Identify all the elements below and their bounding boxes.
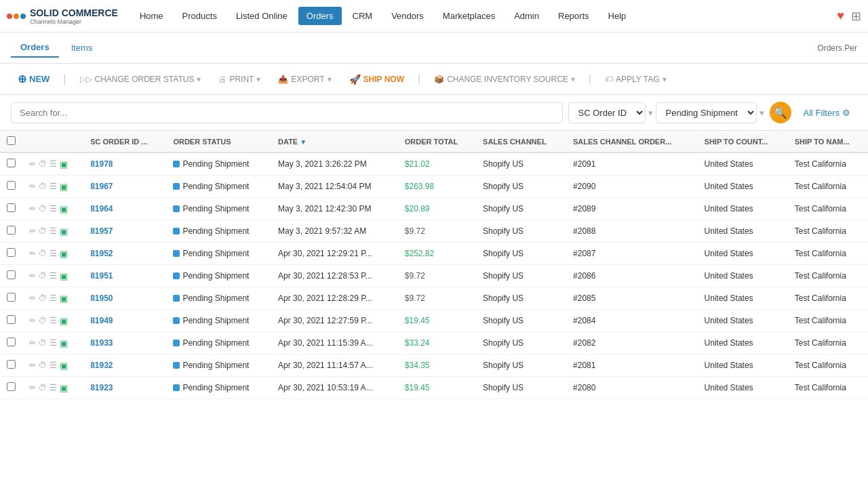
- nav-crm[interactable]: CRM: [344, 7, 381, 25]
- list-icon[interactable]: ☰: [50, 204, 57, 214]
- pencil-icon[interactable]: ✏: [29, 249, 36, 258]
- row-checkbox[interactable]: [7, 159, 16, 167]
- nav-marketplaces[interactable]: Marketplaces: [435, 7, 503, 25]
- header-sc-order-id[interactable]: SC ORDER ID ...: [83, 131, 166, 152]
- row-checkbox[interactable]: [7, 226, 16, 235]
- pencil-icon[interactable]: ✏: [29, 316, 36, 325]
- change-inventory-source-button[interactable]: 📦 CHANGE INVENTORY SOURCE ▾: [427, 71, 582, 87]
- favorites-icon[interactable]: ♥: [837, 9, 844, 23]
- clock-icon[interactable]: ⏱: [39, 204, 47, 214]
- clock-icon[interactable]: ⏱: [39, 271, 47, 281]
- pencil-icon[interactable]: ✏: [29, 182, 36, 191]
- list-icon[interactable]: ☰: [50, 249, 57, 258]
- list-icon[interactable]: ☰: [50, 271, 57, 281]
- header-order-total[interactable]: ORDER TOTAL: [398, 131, 476, 152]
- row-checkbox[interactable]: [7, 270, 16, 279]
- search-input[interactable]: [11, 102, 563, 123]
- header-ship-name[interactable]: SHIP TO NAM...: [788, 131, 868, 152]
- nav-orders[interactable]: Orders: [298, 7, 342, 25]
- order-id-link[interactable]: 81951: [90, 271, 113, 281]
- action-icon[interactable]: ▣: [60, 383, 68, 393]
- search-button[interactable]: 🔍: [770, 102, 791, 123]
- order-id-link[interactable]: 81952: [90, 249, 113, 258]
- pencil-icon[interactable]: ✏: [29, 293, 36, 303]
- header-date[interactable]: DATE ▼: [271, 131, 398, 152]
- order-id-link[interactable]: 81967: [90, 182, 113, 191]
- header-ship-country[interactable]: SHIP TO COUNT...: [698, 131, 788, 152]
- list-icon[interactable]: ☰: [50, 316, 57, 325]
- nav-products[interactable]: Products: [174, 7, 225, 25]
- order-id-link[interactable]: 81964: [90, 204, 113, 214]
- header-sales-channel-order[interactable]: SALES CHANNEL ORDER...: [566, 131, 698, 152]
- row-checkbox[interactable]: [7, 315, 16, 324]
- nav-help[interactable]: Help: [600, 7, 635, 25]
- order-id-filter[interactable]: SC Order ID: [568, 102, 646, 123]
- grid-icon[interactable]: ⊞: [851, 9, 861, 24]
- ship-now-button[interactable]: 🚀 SHIP NOW: [342, 70, 411, 88]
- nav-listed-online[interactable]: Listed Online: [228, 7, 296, 25]
- list-icon[interactable]: ☰: [50, 338, 57, 348]
- nav-reports[interactable]: Reports: [550, 7, 597, 25]
- print-button[interactable]: 🖨 PRINT ▾: [212, 71, 267, 87]
- list-icon[interactable]: ☰: [50, 226, 57, 236]
- action-icon[interactable]: ▣: [60, 226, 68, 237]
- row-checkbox[interactable]: [7, 338, 16, 346]
- pencil-icon[interactable]: ✏: [29, 271, 36, 281]
- order-id-link[interactable]: 81923: [90, 383, 113, 392]
- order-id-link[interactable]: 81978: [90, 159, 113, 169]
- clock-icon[interactable]: ⏱: [39, 249, 47, 258]
- order-id-link[interactable]: 81950: [90, 293, 113, 303]
- row-checkbox[interactable]: [7, 382, 16, 391]
- order-id-link[interactable]: 81957: [90, 226, 113, 236]
- action-icon[interactable]: ▣: [60, 249, 68, 259]
- nav-admin[interactable]: Admin: [506, 7, 547, 25]
- row-checkbox[interactable]: [7, 203, 16, 212]
- clock-icon[interactable]: ⏱: [39, 383, 47, 392]
- action-icon[interactable]: ▣: [60, 182, 68, 192]
- pencil-icon[interactable]: ✏: [29, 204, 36, 214]
- order-id-link[interactable]: 81933: [90, 338, 113, 348]
- list-icon[interactable]: ☰: [50, 182, 57, 191]
- list-icon[interactable]: ☰: [50, 383, 57, 392]
- row-checkbox[interactable]: [7, 181, 16, 190]
- list-icon[interactable]: ☰: [50, 293, 57, 303]
- clock-icon[interactable]: ⏱: [39, 361, 47, 370]
- pencil-icon[interactable]: ✏: [29, 159, 36, 169]
- action-icon[interactable]: ▣: [60, 271, 68, 281]
- action-icon[interactable]: ▣: [60, 338, 68, 348]
- clock-icon[interactable]: ⏱: [39, 182, 47, 191]
- list-icon[interactable]: ☰: [50, 361, 57, 370]
- pencil-icon[interactable]: ✏: [29, 383, 36, 392]
- pencil-icon[interactable]: ✏: [29, 338, 36, 348]
- clock-icon[interactable]: ⏱: [39, 316, 47, 325]
- action-icon[interactable]: ▣: [60, 361, 68, 371]
- action-icon[interactable]: ▣: [60, 293, 68, 304]
- nav-vendors[interactable]: Vendors: [383, 7, 432, 25]
- status-filter[interactable]: Pending Shipment: [656, 102, 757, 123]
- header-sales-channel[interactable]: SALES CHANNEL: [476, 131, 566, 152]
- select-all-checkbox[interactable]: [7, 136, 16, 145]
- clock-icon[interactable]: ⏱: [39, 293, 47, 303]
- clock-icon[interactable]: ⏱: [39, 226, 47, 236]
- action-icon[interactable]: ▣: [60, 204, 68, 214]
- clock-icon[interactable]: ⏱: [39, 338, 47, 348]
- export-button[interactable]: 📤 EXPORT ▾: [271, 71, 338, 87]
- nav-home[interactable]: Home: [132, 7, 172, 25]
- all-filters-button[interactable]: All Filters ⚙: [797, 104, 857, 121]
- row-checkbox[interactable]: [7, 248, 16, 257]
- list-icon[interactable]: ☰: [50, 159, 57, 169]
- header-order-status[interactable]: ORDER STATUS: [166, 131, 271, 152]
- pencil-icon[interactable]: ✏: [29, 226, 36, 236]
- order-id-link[interactable]: 81932: [90, 361, 113, 370]
- change-order-status-button[interactable]: ▷▷ CHANGE ORDER STATUS ▾: [73, 71, 208, 87]
- new-button[interactable]: ⊕ NEW: [11, 69, 56, 89]
- tab-items[interactable]: Items: [62, 39, 102, 57]
- pencil-icon[interactable]: ✏: [29, 361, 36, 370]
- order-id-link[interactable]: 81949: [90, 316, 113, 325]
- apply-tag-button[interactable]: 🏷 APPLY TAG ▾: [598, 71, 673, 87]
- clock-icon[interactable]: ⏱: [39, 159, 47, 169]
- tab-orders[interactable]: Orders: [11, 38, 59, 58]
- row-checkbox[interactable]: [7, 293, 16, 302]
- action-icon[interactable]: ▣: [60, 159, 68, 169]
- action-icon[interactable]: ▣: [60, 316, 68, 326]
